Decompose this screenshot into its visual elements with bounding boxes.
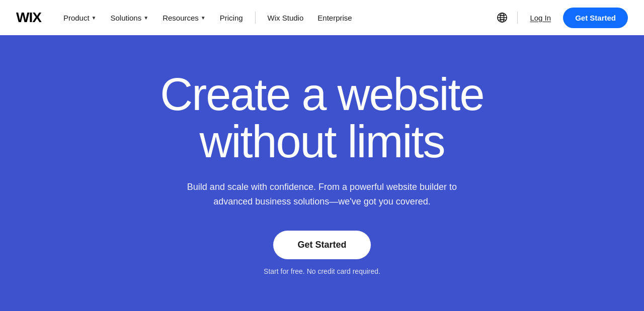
hero-title: Create a website without limits <box>160 71 484 166</box>
hero-section: Create a website without limits Build an… <box>0 35 644 311</box>
nav-item-resources[interactable]: Resources ▼ <box>156 10 212 26</box>
nav-item-wix-studio-label: Wix Studio <box>268 14 304 22</box>
hero-title-line1: Create a website <box>160 69 484 120</box>
nav-right: Log In Get Started <box>493 8 628 28</box>
language-selector-button[interactable] <box>493 9 511 27</box>
globe-icon <box>497 12 508 23</box>
nav-item-solutions-label: Solutions <box>111 14 142 22</box>
nav-item-product-label: Product <box>63 14 90 22</box>
nav-item-solutions[interactable]: Solutions ▼ <box>105 10 155 26</box>
nav-item-resources-label: Resources <box>163 14 199 22</box>
nav-item-pricing-label: Pricing <box>220 14 243 22</box>
nav-item-wix-studio[interactable]: Wix Studio <box>262 10 310 26</box>
chevron-down-icon: ▼ <box>201 15 206 21</box>
logo[interactable]: WIX <box>16 10 41 26</box>
nav-left: Product ▼ Solutions ▼ Resources ▼ Pricin… <box>57 10 494 26</box>
get-started-nav-button[interactable]: Get Started <box>563 8 628 28</box>
hero-get-started-button[interactable]: Get Started <box>273 231 370 259</box>
hero-subtitle: Build and scale with confidence. From a … <box>171 180 473 209</box>
logo-text: WIX <box>16 10 41 26</box>
nav-item-product[interactable]: Product ▼ <box>57 10 103 26</box>
navbar: WIX Product ▼ Solutions ▼ Resources ▼ Pr… <box>0 0 644 35</box>
chevron-down-icon: ▼ <box>143 15 148 21</box>
nav-item-enterprise[interactable]: Enterprise <box>311 10 358 26</box>
hero-note: Start for free. No credit card required. <box>264 267 380 275</box>
nav-separator <box>517 12 518 24</box>
hero-title-line2: without limits <box>199 117 444 167</box>
nav-item-enterprise-label: Enterprise <box>317 14 352 22</box>
chevron-down-icon: ▼ <box>92 15 97 21</box>
nav-item-pricing[interactable]: Pricing <box>214 10 249 26</box>
nav-divider <box>255 12 256 24</box>
login-button[interactable]: Log In <box>524 10 557 26</box>
